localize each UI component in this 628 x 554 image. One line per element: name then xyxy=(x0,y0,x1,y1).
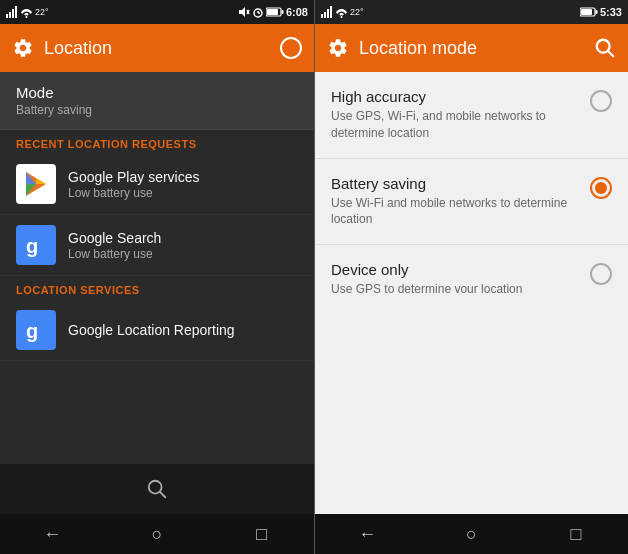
device-only-label: Device only xyxy=(331,261,578,278)
google-location-icon: g xyxy=(16,310,56,350)
google-location-title: Google Location Reporting xyxy=(68,322,298,338)
battery-icon xyxy=(266,7,284,17)
device-only-text: Device only Use GPS to determine your lo… xyxy=(331,261,578,293)
high-accuracy-desc: Use GPS, Wi-Fi, and mobile networks to d… xyxy=(331,108,578,142)
svg-line-31 xyxy=(608,51,613,56)
svg-rect-29 xyxy=(595,10,597,14)
recents-button[interactable]: □ xyxy=(242,524,282,545)
right-status-bar: 22° 5:33 xyxy=(315,0,628,24)
left-nav-bar: ← ○ □ xyxy=(0,514,314,554)
google-search-title: Google Search xyxy=(68,230,298,246)
right-back-button[interactable]: ← xyxy=(347,524,387,545)
gear-icon[interactable] xyxy=(12,37,34,59)
svg-rect-12 xyxy=(267,9,278,15)
google-search-item[interactable]: g Google Search Low battery use xyxy=(0,215,314,276)
svg-rect-13 xyxy=(281,10,283,14)
svg-text:g: g xyxy=(26,320,38,342)
left-phone-screen: 22° 6:08 Location Mode Battery saving RE… xyxy=(0,0,314,554)
right-wifi-icon xyxy=(335,6,348,18)
right-signal-icon xyxy=(321,6,333,18)
svg-point-26 xyxy=(341,16,343,18)
svg-marker-17 xyxy=(36,178,46,184)
gsearch-svg: g xyxy=(22,231,50,259)
svg-rect-22 xyxy=(321,14,323,18)
location-circle-icon[interactable] xyxy=(280,37,302,59)
google-play-sub: Low battery use xyxy=(68,186,298,200)
svg-text:g: g xyxy=(26,235,38,257)
svg-marker-5 xyxy=(239,7,245,17)
left-status-bar: 22° 6:08 xyxy=(0,0,314,24)
right-app-bar-title: Location mode xyxy=(359,38,584,59)
left-time: 6:08 xyxy=(286,6,308,18)
left-app-bar-title: Location xyxy=(44,38,270,59)
right-nav-bar: ← ○ □ xyxy=(315,514,628,554)
right-status-right: 5:33 xyxy=(580,6,622,18)
temp-icon: 22° xyxy=(35,7,49,17)
wifi-icon xyxy=(20,6,33,18)
battery-saving-label: Battery saving xyxy=(331,175,578,192)
right-content: High accuracy Use GPS, Wi-Fi, and mobile… xyxy=(315,72,628,293)
svg-line-21 xyxy=(160,492,165,497)
google-play-services-item[interactable]: Google Play services Low battery use xyxy=(0,154,314,215)
high-accuracy-label: High accuracy xyxy=(331,88,578,105)
svg-rect-0 xyxy=(6,14,8,18)
volume-off-icon xyxy=(238,6,250,18)
back-button[interactable]: ← xyxy=(32,524,72,545)
battery-saving-desc: Use Wi-Fi and mobile networks to determi… xyxy=(331,195,578,229)
svg-rect-3 xyxy=(15,6,17,18)
right-temp-icon: 22° xyxy=(350,7,364,17)
svg-rect-24 xyxy=(327,9,329,18)
glocation-svg: g xyxy=(22,316,50,344)
recent-location-header: RECENT LOCATION REQUESTS xyxy=(0,130,314,154)
high-accuracy-radio[interactable] xyxy=(590,90,612,112)
location-services-header: LOCATION SERVICES xyxy=(0,276,314,300)
google-location-reporting-item[interactable]: g Google Location Reporting xyxy=(0,300,314,361)
right-home-button[interactable]: ○ xyxy=(451,524,491,545)
home-button[interactable]: ○ xyxy=(137,524,177,545)
google-play-text: Google Play services Low battery use xyxy=(68,169,298,200)
google-search-sub: Low battery use xyxy=(68,247,298,261)
svg-rect-23 xyxy=(324,12,326,18)
right-status-icons: 22° xyxy=(321,6,364,18)
mode-title: Mode xyxy=(16,84,298,101)
right-gear-icon[interactable] xyxy=(327,37,349,59)
battery-saving-option[interactable]: Battery saving Use Wi-Fi and mobile netw… xyxy=(315,159,628,246)
signal-icon xyxy=(6,6,18,18)
right-spacer xyxy=(315,293,628,514)
device-only-option[interactable]: Device only Use GPS to determine your lo… xyxy=(315,245,628,293)
google-search-text: Google Search Low battery use xyxy=(68,230,298,261)
svg-rect-1 xyxy=(9,12,11,18)
left-content: Mode Battery saving RECENT LOCATION REQU… xyxy=(0,72,314,464)
device-only-radio[interactable] xyxy=(590,263,612,285)
google-location-text: Google Location Reporting xyxy=(68,322,298,338)
google-search-icon: g xyxy=(16,225,56,265)
alarm-icon xyxy=(252,6,264,18)
high-accuracy-option[interactable]: High accuracy Use GPS, Wi-Fi, and mobile… xyxy=(315,72,628,159)
bottom-search-icon[interactable] xyxy=(146,478,168,500)
device-only-desc: Use GPS to determine your location xyxy=(331,281,578,293)
svg-point-4 xyxy=(26,16,28,18)
right-time: 5:33 xyxy=(600,6,622,18)
mode-row[interactable]: Mode Battery saving xyxy=(0,72,314,130)
google-play-title: Google Play services xyxy=(68,169,298,185)
right-battery-icon xyxy=(580,7,598,17)
svg-rect-28 xyxy=(581,9,592,15)
google-play-icon xyxy=(16,164,56,204)
gplay-svg xyxy=(22,170,50,198)
right-phone-screen: 22° 5:33 Location mode High accuracy Use… xyxy=(314,0,628,554)
right-app-bar: Location mode xyxy=(315,24,628,72)
battery-saving-text: Battery saving Use Wi-Fi and mobile netw… xyxy=(331,175,578,229)
left-app-bar: Location xyxy=(0,24,314,72)
battery-saving-radio[interactable] xyxy=(590,177,612,199)
mode-subtitle: Battery saving xyxy=(16,103,298,117)
left-status-icons: 22° xyxy=(6,6,49,18)
svg-rect-25 xyxy=(330,6,332,18)
left-status-right: 6:08 xyxy=(238,6,308,18)
high-accuracy-text: High accuracy Use GPS, Wi-Fi, and mobile… xyxy=(331,88,578,142)
svg-rect-2 xyxy=(12,9,14,18)
left-bottom-bar[interactable] xyxy=(0,464,314,514)
right-recents-button[interactable]: □ xyxy=(556,524,596,545)
right-search-icon[interactable] xyxy=(594,37,616,59)
